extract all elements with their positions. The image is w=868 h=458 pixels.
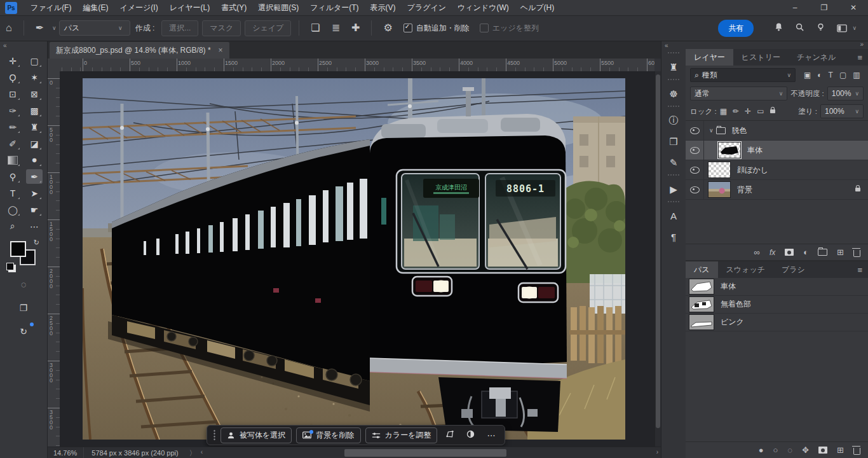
layer-effects-icon[interactable]: fx [770, 248, 775, 257]
menu-window[interactable]: ウィンドウ(W) [452, 0, 515, 15]
menu-plugins[interactable]: プラグイン [402, 0, 452, 15]
collapse-strip-icon[interactable]: « [661, 41, 686, 51]
pen-tool[interactable]: ✒ [26, 169, 43, 184]
pen-mode-select[interactable]: パス ∨ [59, 20, 130, 36]
scroll-left-icon[interactable]: ‹ [201, 448, 203, 455]
healing-brush-tool[interactable]: ▩ [26, 103, 43, 118]
menu-file[interactable]: ファイル(F) [25, 0, 77, 15]
visibility-toggle[interactable] [686, 141, 704, 160]
delete-path-icon[interactable] [853, 448, 860, 455]
menu-filter[interactable]: フィルター(T) [304, 0, 364, 15]
select-subject-button[interactable]: 被写体を選択 [220, 427, 292, 443]
foreground-color-chip[interactable] [10, 241, 26, 257]
swap-colors-icon[interactable]: ↻ [34, 239, 39, 247]
actions-panel-icon[interactable]: ▶ [661, 179, 686, 200]
menu-layer[interactable]: レイヤー(L) [164, 0, 216, 15]
lock-position-icon[interactable]: ✛ [745, 107, 751, 116]
path-arrangement-icon[interactable]: ✚ [346, 15, 365, 41]
eraser-tool[interactable]: ◪ [26, 136, 43, 151]
hand-tool[interactable]: ☛ [26, 202, 43, 217]
panel-menu-icon[interactable]: ≡ [851, 49, 868, 66]
ruler-corner[interactable] [47, 59, 60, 72]
blur-tool[interactable]: ⚫ [26, 153, 43, 167]
type-tool[interactable]: T [4, 186, 21, 200]
gear-icon[interactable]: ⚙ [377, 15, 398, 41]
canvas-pasteboard[interactable]: 京成津田沼 8806-1 [60, 71, 654, 447]
adjustment-layer-icon[interactable]: ◐ [803, 247, 808, 257]
scroll-right-icon[interactable]: › [656, 448, 658, 455]
menu-help[interactable]: ヘルプ(H) [515, 0, 560, 15]
screen-mode-icon[interactable]: ❐ [15, 300, 32, 315]
filter-type-layers-icon[interactable]: T [829, 71, 833, 80]
auto-add-delete-checkbox[interactable]: 自動追加・削除 [398, 23, 475, 34]
vertical-scrollbar-thumb[interactable] [656, 74, 660, 428]
expand-dock-icon[interactable]: » [686, 41, 868, 49]
zoom-level-field[interactable]: 14.76% [47, 447, 84, 458]
fill-select[interactable]: 100%∨ [820, 104, 864, 118]
discover-lightbulb-icon[interactable] [816, 22, 825, 34]
lock-transparent-pixels-icon[interactable]: ▦ [720, 107, 727, 116]
layer-thumbnail[interactable] [718, 142, 741, 158]
sync-update-icon[interactable]: ↻ [15, 324, 32, 338]
clone-stamp-tool[interactable]: ♜ [26, 120, 43, 134]
menu-image[interactable]: イメージ(I) [114, 0, 163, 15]
quick-mask-icon[interactable]: ◌ [15, 277, 32, 291]
clone-source-panel-icon[interactable]: ♜ [661, 57, 686, 78]
horizontal-ruler[interactable]: 0500100015002000250030003500400045005000… [60, 59, 654, 71]
marquee-tool[interactable]: ▢ [26, 53, 43, 68]
panel-menu-icon[interactable]: ≡ [851, 261, 868, 278]
menu-type[interactable]: 書式(Y) [215, 0, 252, 15]
history-brush-tool[interactable]: ✐ [4, 136, 21, 151]
transform-icon[interactable] [442, 429, 458, 441]
path-operations-icon[interactable]: ❏ [305, 15, 325, 41]
more-options-icon[interactable]: ⋯ [483, 429, 499, 441]
paragraph-panel-icon[interactable]: ¶ [661, 226, 686, 247]
new-group-icon[interactable] [818, 249, 827, 256]
layer-thumbnail[interactable] [708, 181, 731, 198]
restore-icon[interactable]: ❐ [810, 0, 839, 15]
workspace-switcher-icon[interactable]: ∨ [837, 24, 859, 32]
eyedropper-tool[interactable]: ✑ [4, 103, 21, 118]
lock-all-icon[interactable] [770, 109, 775, 113]
new-path-icon[interactable]: ⊞ [837, 445, 844, 455]
status-expand-icon[interactable]: 〉 [186, 448, 200, 458]
character-panel-icon[interactable]: A [661, 205, 686, 226]
make-work-path-icon[interactable]: ✥ [802, 445, 809, 455]
layer-row-background[interactable]: 背景 [686, 180, 868, 200]
make-mask-button[interactable]: マスク [202, 20, 241, 36]
brush-tool[interactable]: ✏ [4, 120, 21, 134]
layer-filter-select[interactable]: ⌕ 種類 ∨ [690, 68, 796, 82]
tab-layers[interactable]: レイヤー [686, 49, 733, 66]
shape-tool[interactable]: ◯ [4, 202, 21, 217]
menu-select[interactable]: 選択範囲(S) [252, 0, 304, 15]
bell-icon[interactable] [774, 22, 783, 34]
visibility-toggle[interactable] [686, 180, 704, 199]
align-edges-checkbox[interactable]: エッジを整列 [475, 23, 544, 34]
visibility-toggle[interactable] [686, 121, 704, 140]
minimize-icon[interactable]: – [780, 0, 810, 15]
path-row-body[interactable]: 車体 [686, 278, 868, 296]
brush-settings-panel-icon[interactable]: ✎ [661, 152, 686, 173]
gradient-tool[interactable] [4, 153, 21, 167]
lasso-tool[interactable]: Ϙ [4, 70, 21, 85]
path-row-uncolored[interactable]: 無着色部 [686, 296, 868, 314]
load-path-selection-icon[interactable]: ◌ [787, 445, 792, 455]
layer-group-row[interactable]: ∨ 脱色 [686, 121, 868, 141]
opacity-select[interactable]: 100%∨ [827, 87, 864, 101]
menu-view[interactable]: 表示(V) [365, 0, 402, 15]
share-button[interactable]: 共有 [718, 20, 754, 37]
filter-shape-layers-icon[interactable]: ▢ [839, 71, 846, 80]
add-mask-icon[interactable] [785, 249, 794, 256]
make-shape-button[interactable]: シェイプ [245, 20, 291, 36]
dodge-tool[interactable]: ⚲ [4, 169, 21, 184]
zoom-tool[interactable]: ⌕ [4, 219, 21, 233]
close-icon[interactable]: ✕ [839, 0, 868, 15]
group-expand-icon[interactable]: ∨ [709, 127, 714, 134]
document-tab[interactable]: 新京成8800_ps.psd @ 14.8% (車体, RGB/8) * × [50, 42, 229, 59]
layer-row-face-blur[interactable]: 顔ぼかし [686, 160, 868, 180]
blend-mode-select[interactable]: 通常∨ [690, 87, 787, 101]
edit-toolbar-icon[interactable]: ⋯ [26, 219, 43, 233]
horizontal-scrollbar-thumb[interactable] [344, 449, 506, 457]
crop-tool[interactable]: ⊡ [4, 87, 21, 101]
home-icon[interactable]: ⌂ [0, 15, 18, 41]
